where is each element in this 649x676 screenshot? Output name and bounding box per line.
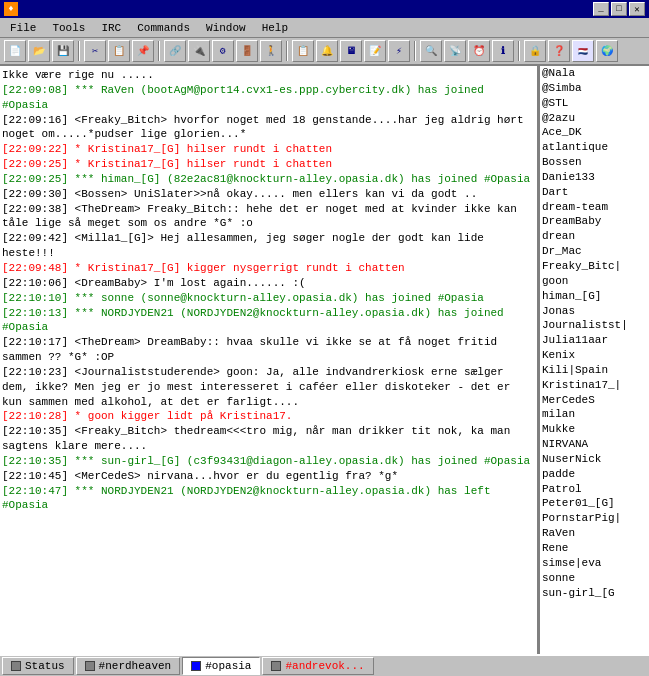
user-item[interactable]: Danie133 xyxy=(540,170,649,185)
toolbar-btn-10[interactable]: 🚪 xyxy=(236,40,258,62)
user-item[interactable]: goon xyxy=(540,274,649,289)
user-item[interactable]: NuserNick xyxy=(540,452,649,467)
toolbar-btn-12[interactable]: 📋 xyxy=(292,40,314,62)
tab-icon xyxy=(271,661,281,671)
status-bar: Status#nerdheaven#opasia#andrevok... xyxy=(0,654,649,676)
toolbar-btn-23[interactable]: 🇳🇱 xyxy=(572,40,594,62)
toolbar-btn-11[interactable]: 🚶 xyxy=(260,40,282,62)
user-item[interactable]: Dr_Mac xyxy=(540,244,649,259)
user-item[interactable]: milan xyxy=(540,407,649,422)
user-item[interactable]: Dart xyxy=(540,185,649,200)
toolbar-btn-16[interactable]: ⚡ xyxy=(388,40,410,62)
menu-commands[interactable]: Commands xyxy=(129,20,198,36)
menu-window[interactable]: Window xyxy=(198,20,254,36)
title-controls[interactable]: _ □ ✕ xyxy=(593,2,645,16)
toolbar-btn-21[interactable]: 🔒 xyxy=(524,40,546,62)
toolbar-btn-8[interactable]: 🔌 xyxy=(188,40,210,62)
toolbar: 📄 📂 💾 ✂ 📋 📌 🔗 🔌 ⚙ 🚪 🚶 📋 🔔 🖥 📝 ⚡ 🔍 📡 ⏰ ℹ … xyxy=(0,38,649,66)
chat-line: [22:09:25] * Kristina17_[G] hilser rundt… xyxy=(2,157,535,172)
tab-label: #andrevok... xyxy=(285,660,364,672)
chat-line: [22:10:47] *** NORDJYDEN21 (NORDJYDEN2@k… xyxy=(2,484,535,514)
maximize-button[interactable]: □ xyxy=(611,2,627,16)
close-button[interactable]: ✕ xyxy=(629,2,645,16)
user-item[interactable]: @Nala xyxy=(540,66,649,81)
user-item[interactable]: @2azu xyxy=(540,111,649,126)
chat-line: [22:10:28] * goon kigger lidt på Kristin… xyxy=(2,409,535,424)
user-item[interactable]: Mukke xyxy=(540,422,649,437)
title-bar: ♦ _ □ ✕ xyxy=(0,0,649,18)
menu-help[interactable]: Help xyxy=(254,20,296,36)
status-tab-status[interactable]: Status xyxy=(2,657,74,675)
user-item[interactable]: simse|eva xyxy=(540,556,649,571)
toolbar-sep-4 xyxy=(414,41,416,61)
user-item[interactable]: DreamBaby xyxy=(540,214,649,229)
toolbar-btn-20[interactable]: ℹ xyxy=(492,40,514,62)
user-item[interactable]: @Simba xyxy=(540,81,649,96)
user-item[interactable]: Peter01_[G] xyxy=(540,496,649,511)
toolbar-btn-5[interactable]: 📋 xyxy=(108,40,130,62)
toolbar-btn-18[interactable]: 📡 xyxy=(444,40,466,62)
menu-tools[interactable]: Tools xyxy=(44,20,93,36)
toolbar-btn-19[interactable]: ⏰ xyxy=(468,40,490,62)
chat-area[interactable]: Ikke være rige nu .....[22:09:08] *** Ra… xyxy=(0,66,539,654)
user-item[interactable]: sonne xyxy=(540,571,649,586)
user-item[interactable]: Kristina17_| xyxy=(540,378,649,393)
user-item[interactable]: RaVen xyxy=(540,526,649,541)
chat-line: [22:10:35] *** sun-girl_[G] (c3f93431@di… xyxy=(2,454,535,469)
user-item[interactable]: Kenix xyxy=(540,348,649,363)
chat-line: [22:09:38] <TheDream> Freaky_Bitch:: heh… xyxy=(2,202,535,232)
status-tab--opasia[interactable]: #opasia xyxy=(182,657,260,675)
toolbar-btn-9[interactable]: ⚙ xyxy=(212,40,234,62)
menu-irc[interactable]: IRC xyxy=(93,20,129,36)
toolbar-btn-24[interactable]: 🌍 xyxy=(596,40,618,62)
toolbar-btn-6[interactable]: 📌 xyxy=(132,40,154,62)
chat-line: [22:10:45] <MerCedeS> nirvana...hvor er … xyxy=(2,469,535,484)
toolbar-btn-3[interactable]: 💾 xyxy=(52,40,74,62)
user-item[interactable]: himan_[G] xyxy=(540,289,649,304)
toolbar-btn-17[interactable]: 🔍 xyxy=(420,40,442,62)
user-item[interactable]: drean xyxy=(540,229,649,244)
user-item[interactable]: Julia11aar xyxy=(540,333,649,348)
toolbar-sep-1 xyxy=(78,41,80,61)
status-tab--nerdheaven[interactable]: #nerdheaven xyxy=(76,657,181,675)
user-item[interactable]: Bossen xyxy=(540,155,649,170)
toolbar-btn-2[interactable]: 📂 xyxy=(28,40,50,62)
chat-line: [22:10:17] <TheDream> DreamBaby:: hvaa s… xyxy=(2,335,535,365)
chat-line: [22:10:35] <Freaky_Bitch> thedream<<<tro… xyxy=(2,424,535,454)
chat-line: [22:10:06] <DreamBaby> I'm lost again...… xyxy=(2,276,535,291)
toolbar-btn-22[interactable]: ❓ xyxy=(548,40,570,62)
minimize-button[interactable]: _ xyxy=(593,2,609,16)
user-list: @Nala@Simba@STL@2azuAce_DKatlantiqueBoss… xyxy=(539,66,649,654)
user-item[interactable]: padde xyxy=(540,467,649,482)
user-item[interactable]: Freaky_Bitc| xyxy=(540,259,649,274)
user-item[interactable]: Jonas xyxy=(540,304,649,319)
user-item[interactable]: dream-team xyxy=(540,200,649,215)
chat-line: [22:09:48] * Kristina17_[G] kigger nysge… xyxy=(2,261,535,276)
toolbar-btn-13[interactable]: 🔔 xyxy=(316,40,338,62)
toolbar-btn-1[interactable]: 📄 xyxy=(4,40,26,62)
user-item[interactable]: Journalistst| xyxy=(540,318,649,333)
user-item[interactable]: Ace_DK xyxy=(540,125,649,140)
user-item[interactable]: PornstarPig| xyxy=(540,511,649,526)
toolbar-btn-4[interactable]: ✂ xyxy=(84,40,106,62)
toolbar-sep-5 xyxy=(518,41,520,61)
user-item[interactable]: sun-girl_[G xyxy=(540,586,649,601)
menu-file[interactable]: File xyxy=(2,20,44,36)
tab-icon xyxy=(85,661,95,671)
user-item[interactable]: @STL xyxy=(540,96,649,111)
toolbar-btn-15[interactable]: 📝 xyxy=(364,40,386,62)
chat-line: [22:09:25] *** himan_[G] (82e2ac81@knock… xyxy=(2,172,535,187)
status-tab--andrevok---[interactable]: #andrevok... xyxy=(262,657,373,675)
toolbar-btn-7[interactable]: 🔗 xyxy=(164,40,186,62)
chat-line: [22:09:16] <Freaky_Bitch> hvorfor noget … xyxy=(2,113,535,143)
user-item[interactable]: NIRVANA xyxy=(540,437,649,452)
toolbar-sep-2 xyxy=(158,41,160,61)
user-item[interactable]: Rene xyxy=(540,541,649,556)
user-item[interactable]: MerCedeS xyxy=(540,393,649,408)
toolbar-btn-14[interactable]: 🖥 xyxy=(340,40,362,62)
user-item[interactable]: Kili|Spain xyxy=(540,363,649,378)
chat-line: [22:09:30] <Bossen> UniSlater>>nå okay..… xyxy=(2,187,535,202)
user-item[interactable]: atlantique xyxy=(540,140,649,155)
user-item[interactable]: Patrol xyxy=(540,482,649,497)
tab-icon xyxy=(11,661,21,671)
